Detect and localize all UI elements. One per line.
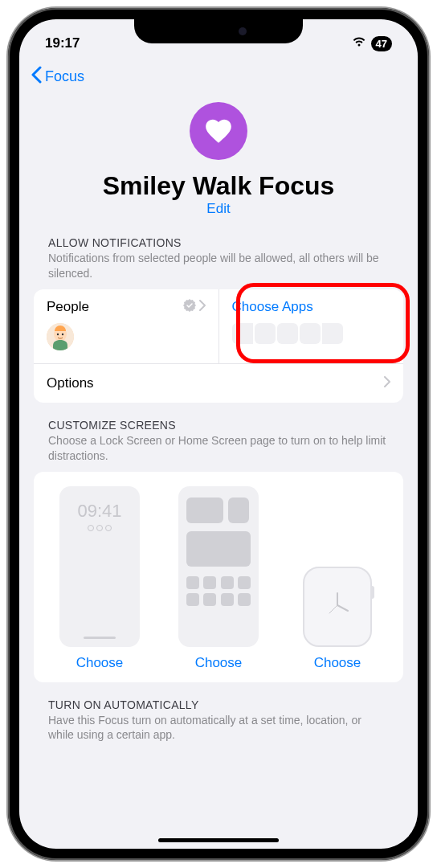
app-placeholder bbox=[277, 323, 298, 344]
back-label: Focus bbox=[45, 68, 84, 85]
status-indicators: 47 bbox=[352, 36, 392, 51]
notifications-section: ALLOW NOTIFICATIONS Notifications from s… bbox=[19, 236, 418, 419]
notifications-split: People bbox=[34, 289, 403, 363]
people-column[interactable]: People bbox=[34, 289, 218, 363]
app-icon bbox=[203, 593, 216, 606]
app-icon bbox=[238, 576, 251, 589]
svg-line-5 bbox=[337, 605, 348, 611]
watch-crown-icon bbox=[370, 586, 374, 599]
home-indicator[interactable] bbox=[158, 838, 279, 842]
app-icon bbox=[238, 593, 251, 606]
section-heading-automatic: TURN ON AUTOMATICALLY bbox=[34, 698, 403, 713]
contact-avatar bbox=[47, 323, 74, 350]
home-bar-icon bbox=[84, 637, 116, 639]
people-header: People bbox=[47, 299, 206, 315]
svg-line-6 bbox=[329, 605, 337, 613]
widget-icon bbox=[228, 497, 249, 523]
notifications-card: People bbox=[34, 289, 403, 403]
camera-dot bbox=[239, 27, 247, 35]
app-icon bbox=[221, 576, 234, 589]
screens-card: 09:41 Choose bbox=[34, 472, 403, 682]
dot-icon bbox=[88, 525, 94, 531]
chevron-right-icon bbox=[384, 376, 390, 391]
choose-watch-button[interactable]: Choose bbox=[314, 655, 361, 671]
home-screen-preview[interactable] bbox=[178, 486, 259, 647]
app-icon bbox=[203, 576, 216, 589]
app-placeholder bbox=[300, 323, 321, 344]
screens-row: 09:41 Choose bbox=[43, 486, 394, 671]
app-icon bbox=[221, 593, 234, 606]
section-subtitle-customize: Choose a Lock Screen or Home Screen page… bbox=[34, 433, 403, 472]
checkmark-seal-icon bbox=[183, 299, 196, 315]
people-label: People bbox=[47, 299, 89, 315]
heart-icon bbox=[190, 102, 247, 160]
home-screen-column: Choose bbox=[162, 486, 275, 671]
section-heading-customize: CUSTOMIZE SCREENS bbox=[34, 419, 403, 433]
section-subtitle-automatic: Have this Focus turn on automatically at… bbox=[34, 713, 403, 751]
app-placeholders bbox=[232, 323, 391, 344]
choose-apps-label: Choose Apps bbox=[232, 299, 313, 315]
options-label: Options bbox=[47, 375, 94, 391]
dot-icon bbox=[96, 525, 103, 531]
wifi-icon bbox=[352, 36, 366, 51]
navigation-bar: Focus bbox=[19, 59, 418, 94]
lock-screen-preview[interactable]: 09:41 bbox=[59, 486, 140, 647]
dot-icon bbox=[105, 525, 112, 531]
lock-screen-time: 09:41 bbox=[77, 501, 121, 522]
app-placeholder bbox=[322, 323, 343, 344]
status-time: 19:17 bbox=[45, 35, 80, 51]
focus-header: Smiley Walk Focus Edit bbox=[19, 94, 418, 236]
content-area: Focus Smiley Walk Focus Edit ALLOW NOTIF… bbox=[19, 59, 418, 849]
app-placeholder bbox=[232, 323, 253, 344]
chevron-right-icon bbox=[199, 300, 206, 314]
options-row[interactable]: Options bbox=[34, 363, 403, 403]
svg-point-3 bbox=[62, 334, 63, 335]
app-icon bbox=[186, 593, 199, 606]
choose-lock-screen-button[interactable]: Choose bbox=[76, 655, 124, 671]
lock-screen-column: 09:41 Choose bbox=[43, 486, 156, 671]
phone-screen: 19:17 47 Focus bbox=[19, 19, 418, 849]
watch-column: Choose bbox=[281, 567, 394, 671]
svg-point-2 bbox=[57, 334, 59, 335]
app-icon bbox=[186, 576, 199, 589]
people-header-right bbox=[183, 299, 206, 315]
apps-header: Choose Apps bbox=[232, 299, 391, 315]
section-subtitle-notifications: Notifications from selected people will … bbox=[34, 251, 403, 289]
apps-column[interactable]: Choose Apps bbox=[218, 289, 404, 363]
customize-section: CUSTOMIZE SCREENS Choose a Lock Screen o… bbox=[19, 419, 418, 698]
edit-button[interactable]: Edit bbox=[206, 201, 230, 217]
app-grid bbox=[186, 576, 251, 606]
widget-row bbox=[186, 497, 251, 523]
chevron-left-icon bbox=[31, 66, 42, 88]
choose-home-screen-button[interactable]: Choose bbox=[195, 655, 243, 671]
app-placeholder bbox=[255, 323, 276, 344]
widget-icon bbox=[186, 497, 223, 523]
section-heading-notifications: ALLOW NOTIFICATIONS bbox=[34, 236, 403, 251]
back-button[interactable]: Focus bbox=[31, 66, 84, 88]
battery-level: 47 bbox=[376, 38, 387, 50]
automatic-section: TURN ON AUTOMATICALLY Have this Focus tu… bbox=[19, 698, 418, 768]
focus-title: Smiley Walk Focus bbox=[103, 171, 335, 201]
watch-preview[interactable] bbox=[303, 567, 372, 647]
phone-frame: 19:17 47 Focus bbox=[8, 8, 429, 860]
watch-face-icon bbox=[317, 585, 357, 628]
notch bbox=[134, 19, 303, 43]
battery-indicator: 47 bbox=[371, 36, 392, 51]
lock-screen-dots bbox=[88, 525, 112, 531]
widget-icon bbox=[186, 531, 251, 567]
